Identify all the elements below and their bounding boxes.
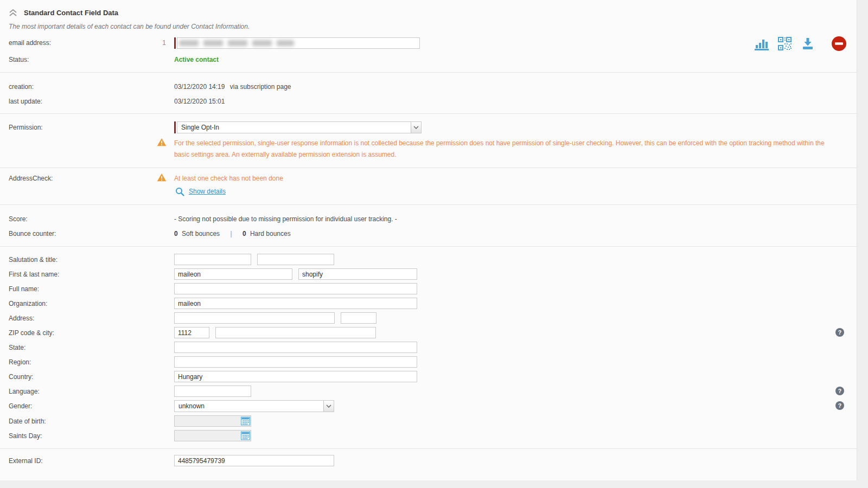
address-label: Address: [0,314,174,322]
region-input[interactable] [174,356,417,368]
first-last-name-label: First & last name: [0,271,174,278]
hard-bounce-count: 0 [242,230,246,237]
soft-bounce-count: 0 [174,230,178,237]
last-update-value: 03/12/2020 15:01 [174,98,225,105]
section-timestamps: creation: 03/12/2020 14:19 via subscript… [0,73,857,114]
state-label: State: [0,344,174,351]
section-contact-header: Standard Contact Field Data The most imp… [0,0,857,73]
full-name-label: Full name: [0,285,174,293]
magnifier-icon[interactable] [175,187,184,196]
qr-code-icon[interactable] [778,37,792,50]
help-icon[interactable] [835,328,844,337]
first-name-input[interactable] [174,268,292,280]
date-of-birth-input[interactable] [174,415,251,427]
street-input[interactable] [174,312,335,324]
section-address-check: AddressCheck: At least one check has not… [0,168,857,205]
section-permission: Permission: Single Opt-In For the select… [0,114,857,168]
section-score-bounce: Score: - Scoring not possible due to mis… [0,205,857,247]
organization-label: Organization: [0,300,174,307]
creation-value: 03/12/2020 14:19 via subscription page [174,83,291,91]
standard-contact-panel: Standard Contact Field Data The most imp… [0,0,857,480]
last-name-input[interactable] [298,268,417,280]
address-check-label: AddressCheck: [9,175,53,182]
city-input[interactable] [215,327,376,338]
help-icon[interactable] [835,401,844,410]
hard-bounce-label: Hard bounces [250,230,291,237]
full-name-input[interactable] [174,283,417,294]
section-title: Standard Contact Field Data [24,9,118,17]
soft-bounce-label: Soft bounces [182,230,220,237]
email-address-label: email address: [0,39,174,47]
email-index: 1 [162,39,166,47]
street-number-input[interactable] [341,312,376,324]
chevron-down-icon[interactable] [323,401,334,412]
gender-select[interactable]: unknown [174,400,334,412]
status-label: Status: [0,56,174,63]
last-update-label: last update: [0,98,174,105]
external-id-label: External ID: [0,457,174,465]
creation-label: creation: [0,83,174,91]
download-icon[interactable] [801,37,815,50]
zip-city-label: ZIP code & city: [0,329,174,337]
warning-triangle-icon [157,173,167,184]
show-details-link[interactable]: Show details [189,188,226,195]
email-input[interactable] [177,37,420,49]
permission-select[interactable]: Single Opt-In [177,121,422,133]
state-input[interactable] [174,342,417,353]
collapse-section-icon[interactable] [9,9,17,17]
saints-day-label: Saints Day: [0,432,174,440]
title-input[interactable] [257,254,334,265]
bounce-counter-label: Bounce counter: [0,230,174,237]
external-id-input[interactable] [174,455,334,466]
remove-contact-icon[interactable] [831,36,847,52]
section-subtitle: The most important details of each conta… [9,23,857,30]
score-label: Score: [0,215,174,223]
gender-selected-value: unknown [175,401,323,412]
zip-input[interactable] [174,327,209,338]
date-of-birth-label: Date of birth: [0,418,174,425]
bar-chart-icon[interactable] [755,37,769,50]
address-check-warning: At least one check has not been done [174,175,283,182]
saints-day-input[interactable] [174,430,251,441]
status-value: Active contact [174,56,219,63]
bounce-separator: | [230,230,232,237]
section-personal-fields: Salutation & title: First & last name: F… [0,247,857,449]
salutation-title-label: Salutation & title: [0,256,174,264]
permission-selected-value: Single Opt-In [177,122,411,133]
bounce-counter-value: 0 Soft bounces | 0 Hard bounces [174,230,291,237]
region-label: Region: [0,358,174,366]
chevron-down-icon[interactable] [411,122,421,133]
country-label: Country: [0,373,174,381]
language-label: Language: [0,388,174,395]
gender-label: Gender: [0,402,174,410]
calendar-icon[interactable] [241,431,250,440]
permission-warning-text: For the selected permission, single-user… [174,138,832,160]
help-icon[interactable] [835,387,844,395]
organization-input[interactable] [174,298,417,309]
salutation-input[interactable] [174,254,251,265]
section-external-id: External ID: [0,449,857,480]
country-input[interactable] [174,371,417,382]
contact-toolbar [755,36,847,52]
calendar-icon[interactable] [241,416,250,426]
language-input[interactable] [174,386,251,397]
score-value: - Scoring not possible due to missing pe… [174,215,397,223]
warning-triangle-icon [157,138,167,149]
permission-label: Permission: [0,124,174,131]
